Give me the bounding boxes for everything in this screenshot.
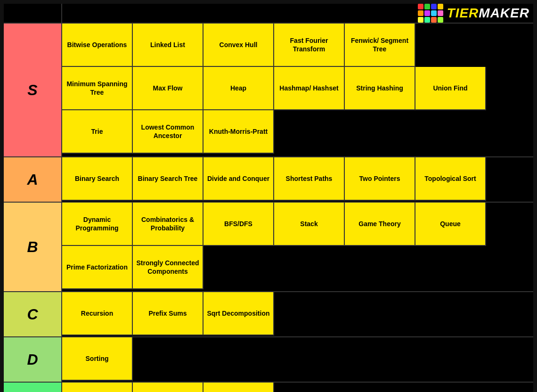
tier-label-f: F (4, 383, 62, 392)
tier-row-items-s-0: Bitwise OperationsLinked ListConvex Hull… (62, 24, 533, 67)
tier-label-b: B (4, 203, 62, 291)
tier-label-d: D (4, 337, 62, 382)
header-label-empty (4, 4, 62, 23)
brand-grid-cell (431, 10, 437, 16)
tier-item[interactable]: Strongly Connected Components (133, 246, 203, 289)
tier-item[interactable]: Heap (203, 67, 274, 110)
tier-item[interactable]: Modular Arithmetic (62, 383, 133, 392)
tier-item[interactable]: Prime Factorization (62, 246, 133, 289)
tier-item[interactable]: Combinatorics & Probability (133, 203, 203, 246)
tier-row-filler (274, 292, 533, 335)
brand-grid-cell (431, 17, 437, 23)
tier-item[interactable]: Sqrt Decomposition (203, 292, 274, 335)
tier-row-a: ABinary SearchBinary Search TreeDivide a… (4, 157, 533, 203)
tier-item[interactable]: Divide and Conquer (203, 157, 274, 201)
tier-item[interactable]: Trie (62, 110, 133, 154)
tier-label-s: S (4, 24, 62, 156)
brand-grid-cell (424, 4, 430, 9)
tier-item[interactable]: Prefix Sums (133, 292, 203, 335)
tier-item[interactable]: Dynamic Programming (62, 203, 133, 246)
brand-grid-cell (438, 10, 443, 16)
tier-items-s: Bitwise OperationsLinked ListConvex Hull… (62, 24, 533, 156)
tier-items-f: Modular ArithmeticGreedyBrute Force (62, 383, 533, 392)
tier-item[interactable]: String Hashing (345, 67, 415, 110)
tier-item[interactable]: Game Theory (345, 203, 415, 246)
tier-items-a: Binary SearchBinary Search TreeDivide an… (62, 157, 533, 202)
tier-row-filler (203, 246, 533, 289)
tier-item[interactable]: Shortest Paths (274, 157, 345, 201)
tier-item[interactable]: BFS/DFS (203, 203, 274, 246)
tier-item[interactable]: Fast Fourier Transform (274, 24, 345, 67)
brand-grid-cell (418, 4, 423, 9)
tier-item[interactable]: Bitwise Operations (62, 24, 133, 67)
tier-item[interactable]: Stack (274, 203, 345, 246)
tier-item[interactable]: Brute Force (203, 383, 274, 392)
tier-item[interactable]: Minimum Spanning Tree (62, 67, 133, 110)
tier-item[interactable]: Lowest Common Ancestor (133, 110, 203, 154)
tier-row-f: FModular ArithmeticGreedyBrute Force (4, 383, 533, 392)
tier-item[interactable]: Topological Sort (415, 157, 486, 201)
tier-row-items-a-0: Binary SearchBinary Search TreeDivide an… (62, 157, 533, 201)
tier-item[interactable]: Knuth-Morris-Pratt (203, 110, 274, 154)
tier-row-filler (486, 203, 533, 246)
tier-item[interactable]: Max Flow (133, 67, 203, 110)
tier-item[interactable]: Linked List (133, 24, 203, 67)
header-row: TiERMAKER (4, 4, 533, 24)
header-items (62, 4, 296, 23)
tier-row-items-b-0: Dynamic ProgrammingCombinatorics & Proba… (62, 203, 533, 246)
brand-maker: MAKER (479, 6, 529, 20)
tier-label-a: A (4, 157, 62, 202)
tier-item[interactable]: Fenwick/ Segment Tree (345, 24, 415, 67)
brand-grid-cell (418, 17, 423, 23)
tier-row-filler (486, 157, 533, 201)
tier-rows: SBitwise OperationsLinked ListConvex Hul… (4, 24, 533, 392)
tier-row-d: DSorting (4, 337, 533, 383)
brand-logo: TiERMAKER (418, 4, 529, 23)
tier-items-b: Dynamic ProgrammingCombinatorics & Proba… (62, 203, 533, 291)
brand-grid-icon (418, 4, 443, 23)
tier-item[interactable]: Queue (415, 203, 486, 246)
tier-row-filler (133, 337, 533, 381)
tier-row-c: CRecursionPrefix SumsSqrt Decomposition (4, 292, 533, 337)
tier-item[interactable]: Recursion (62, 292, 133, 335)
tier-row-items-f-0: Modular ArithmeticGreedyBrute Force (62, 383, 533, 392)
tier-row-filler (486, 67, 533, 110)
tier-item[interactable]: Binary Search Tree (133, 157, 203, 201)
tier-row-items-d-0: Sorting (62, 337, 533, 381)
tier-item[interactable]: Convex Hull (203, 24, 274, 67)
tier-row-filler (274, 110, 533, 154)
brand-text: TiERMAKER (447, 6, 529, 21)
tier-row-filler (415, 24, 533, 67)
tier-items-c: RecursionPrefix SumsSqrt Decomposition (62, 292, 533, 336)
tier-row-filler (274, 383, 533, 392)
tier-item[interactable]: Hashmap/ Hashset (274, 67, 345, 110)
brand-grid-cell (438, 17, 443, 23)
tier-items-d: Sorting (62, 337, 533, 382)
tier-item[interactable]: Greedy (133, 383, 203, 392)
tier-item[interactable]: Binary Search (62, 157, 133, 201)
tier-row-items-c-0: RecursionPrefix SumsSqrt Decomposition (62, 292, 533, 335)
tier-item[interactable]: Sorting (62, 337, 133, 381)
brand-grid-cell (424, 17, 430, 23)
tier-label-c: C (4, 292, 62, 336)
brand-grid-cell (431, 4, 437, 9)
tier-item[interactable]: Two Pointers (345, 157, 415, 201)
brand-grid-cell (418, 10, 423, 16)
tier-row-s: SBitwise OperationsLinked ListConvex Hul… (4, 24, 533, 157)
tier-maker-container: TiERMAKER SBitwise OperationsLinked List… (4, 4, 533, 392)
tier-item[interactable]: Union Find (415, 67, 486, 110)
tier-row-b: BDynamic ProgrammingCombinatorics & Prob… (4, 203, 533, 292)
brand-tier: TiER (447, 6, 479, 20)
brand-grid-cell (438, 4, 443, 9)
tier-row-items-s-1: Minimum Spanning TreeMax FlowHeapHashmap… (62, 67, 533, 110)
brand-area: TiERMAKER (296, 4, 533, 23)
brand-grid-cell (424, 10, 430, 16)
tier-row-items-b-1: Prime FactorizationStrongly Connected Co… (62, 246, 533, 289)
tier-row-items-s-2: TrieLowest Common AncestorKnuth-Morris-P… (62, 110, 533, 154)
